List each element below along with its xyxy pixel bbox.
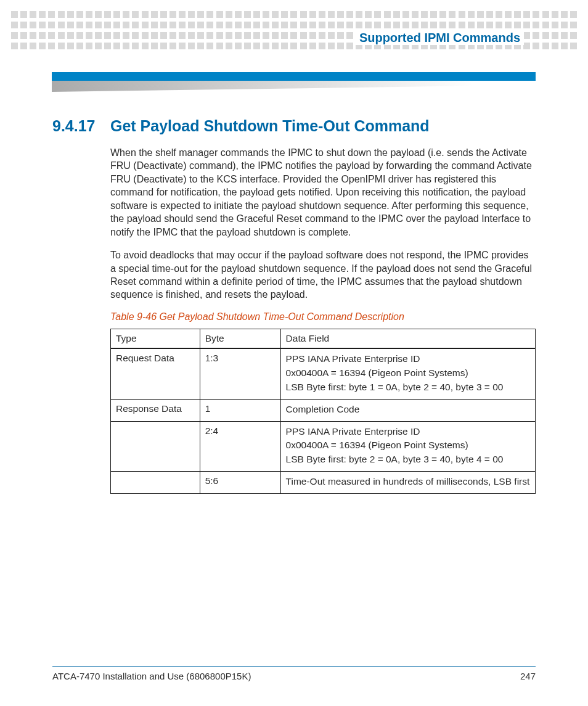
table-cell-line: PPS IANA Private Enterprise ID xyxy=(286,353,530,366)
page-footer: ATCA-7470 Installation and Use (6806800P… xyxy=(52,671,536,681)
table-cell: 5:6 xyxy=(200,472,280,494)
section-title: Get Payload Shutdown Time-Out Command xyxy=(110,117,430,135)
table-row: 5:6 Time-Out measured in hundreds of mil… xyxy=(111,472,536,494)
header-shadow xyxy=(52,81,536,92)
footer-doc-title: ATCA-7470 Installation and Use (6806800P… xyxy=(52,671,251,681)
footer-page-number: 247 xyxy=(520,671,536,681)
table-cell: Response Data xyxy=(111,399,200,421)
header-blue-bar xyxy=(52,72,536,81)
body-paragraph: When the shelf manager commands the IPMC… xyxy=(110,146,536,239)
chapter-title: Supported IPMI Commands xyxy=(353,31,524,45)
section-heading: 9.4.17 Get Payload Shutdown Time-Out Com… xyxy=(52,117,536,135)
table-cell-line: LSB Byte first: byte 2 = 0A, byte 3 = 40… xyxy=(286,453,530,466)
table-cell-line: 0x00400A = 16394 (Pigeon Point Systems) xyxy=(286,367,530,380)
table-cell xyxy=(111,421,200,472)
table-cell: 2:4 xyxy=(200,421,280,472)
table-row: 2:4 PPS IANA Private Enterprise ID 0x004… xyxy=(111,421,536,472)
table-cell-line: PPS IANA Private Enterprise ID xyxy=(286,425,530,438)
table-header-cell: Type xyxy=(111,329,200,348)
table-cell-line: 0x00400A = 16394 (Pigeon Point Systems) xyxy=(286,439,530,452)
table-cell: Time-Out measured in hundreds of millise… xyxy=(280,472,535,494)
table-cell: PPS IANA Private Enterprise ID 0x00400A … xyxy=(280,348,535,399)
content-area: 9.4.17 Get Payload Shutdown Time-Out Com… xyxy=(52,117,536,494)
table-cell xyxy=(111,472,200,494)
body-paragraph: To avoid deadlocks that may occur if the… xyxy=(110,248,536,302)
table-cell: Completion Code xyxy=(280,399,535,421)
table-cell: Request Data xyxy=(111,348,200,399)
table-row: Request Data 1:3 PPS IANA Private Enterp… xyxy=(111,348,536,399)
table-row: Response Data 1 Completion Code xyxy=(111,399,536,421)
footer-rule xyxy=(52,666,536,667)
table-header-cell: Byte xyxy=(200,329,280,348)
table-header-row: Type Byte Data Field xyxy=(111,329,536,348)
table-cell: PPS IANA Private Enterprise ID 0x00400A … xyxy=(280,421,535,472)
table-header-cell: Data Field xyxy=(280,329,535,348)
table-caption: Table 9-46 Get Payload Shutdown Time-Out… xyxy=(110,311,536,322)
table-cell-line: LSB Byte first: byte 1 = 0A, byte 2 = 40… xyxy=(286,381,530,394)
section-number: 9.4.17 xyxy=(52,117,110,135)
table-cell: 1:3 xyxy=(200,348,280,399)
table-cell: 1 xyxy=(200,399,280,421)
table-cell-line: Completion Code xyxy=(286,403,530,416)
table-cell-line: Time-Out measured in hundreds of millise… xyxy=(286,475,530,488)
command-description-table: Type Byte Data Field Request Data 1:3 PP… xyxy=(110,329,536,494)
